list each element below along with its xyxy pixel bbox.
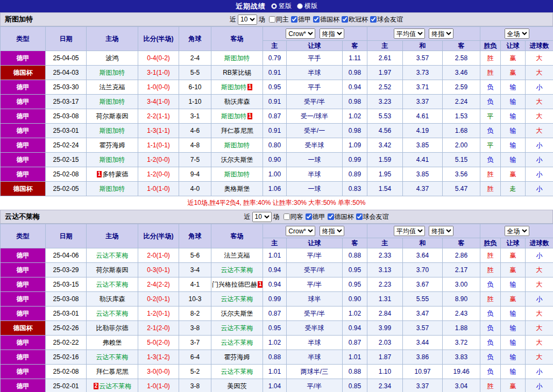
team-link[interactable]: 勒沃库森 [224, 98, 250, 105]
home-team-cell[interactable]: 2云达不莱梅 [87, 379, 138, 392]
team-link[interactable]: 比勒菲尔德 [96, 324, 129, 332]
score-cell[interactable]: 1-0(1-0) [138, 182, 179, 196]
away-team-cell[interactable]: 拜仁慕尼黑 [211, 124, 263, 138]
away-team-cell[interactable]: 斯图加特 [211, 167, 263, 182]
score-cell[interactable]: 3-1(1-0) [138, 66, 179, 80]
team-link[interactable]: 云达不莱梅 [99, 382, 131, 390]
home-team-cell[interactable]: 法兰克福 [87, 80, 138, 95]
away-team-cell[interactable]: 法兰克福 [211, 248, 263, 263]
away-team-cell[interactable]: 云达不莱梅 [211, 365, 263, 379]
team-link[interactable]: 云达不莱梅 [221, 368, 253, 375]
home-team-cell[interactable]: 斯图加特 [87, 153, 138, 167]
home-team-cell[interactable]: 荷尔斯泰因 [87, 109, 138, 124]
home-team-cell[interactable]: 云达不莱梅 [87, 307, 138, 321]
filter-checkbox[interactable] [313, 16, 320, 23]
away-team-cell[interactable]: 门兴格拉德巴赫1 [211, 277, 263, 292]
score-cell[interactable]: 0-3(0-1) [138, 263, 179, 277]
team-link[interactable]: 斯图加特 [100, 156, 125, 163]
away-team-cell[interactable]: 云达不莱梅 [211, 292, 263, 307]
team-link[interactable]: 云达不莱梅 [96, 281, 129, 288]
score-cell[interactable]: 1-3(1-1) [138, 124, 179, 138]
away-team-cell[interactable]: 云达不莱梅 [211, 321, 263, 336]
avg-stage-select[interactable]: 终指 [429, 226, 453, 236]
home-team-cell[interactable]: 云达不莱梅 [87, 350, 138, 365]
home-team-cell[interactable]: 云达不莱梅 [87, 277, 138, 292]
team-link[interactable]: 斯图加特 [100, 127, 125, 134]
away-team-cell[interactable]: 奥格斯堡 [211, 182, 263, 196]
away-team-cell[interactable]: 云达不莱梅 [211, 263, 263, 277]
team-link[interactable]: RB莱比锡 [223, 69, 251, 76]
filter-checkbox-item[interactable]: 同客 [283, 212, 303, 222]
recent-count-select[interactable]: 10 [238, 15, 257, 25]
score-cell[interactable]: 0-4(0-2) [138, 51, 179, 66]
team-link[interactable]: 勒沃库森 [100, 295, 125, 303]
team-link[interactable]: 法兰克福 [224, 252, 250, 259]
score-cell[interactable]: 1-1(0-1) [138, 138, 179, 153]
score-cell[interactable]: 1-2(0-0) [138, 167, 179, 182]
team-link[interactable]: 云达不莱梅 [96, 252, 129, 259]
home-team-cell[interactable]: 波鸿 [87, 51, 138, 66]
team-link[interactable]: 斯图加特 [224, 54, 250, 62]
home-team-cell[interactable]: 荷尔斯泰因 [87, 263, 138, 277]
team-link[interactable]: 斯图加特 [224, 141, 250, 149]
odds-stage-select[interactable]: 终指 [320, 28, 344, 39]
away-team-cell[interactable]: 斯图加特 [211, 138, 263, 153]
horizontal-radio[interactable] [297, 3, 303, 9]
recent-count-select[interactable]: 10 [252, 212, 272, 222]
home-team-cell[interactable]: 勒沃库森 [87, 292, 138, 307]
team-link[interactable]: 美因茨 [228, 382, 247, 390]
team-link[interactable]: 斯图加特 [100, 69, 125, 76]
away-team-cell[interactable]: 沃尔夫斯堡 [211, 307, 263, 321]
home-team-cell[interactable]: 斯图加特 [87, 66, 138, 80]
home-team-cell[interactable]: 霍芬海姆 [87, 138, 138, 153]
team-link[interactable]: 多特蒙德 [102, 170, 128, 178]
layout-option-horizontal[interactable]: 横版 [297, 2, 317, 11]
filter-checkbox-item[interactable]: 球会友谊 [356, 212, 389, 222]
team-link[interactable]: 云达不莱梅 [221, 324, 253, 332]
filter-checkbox-item[interactable]: 球会友谊 [370, 15, 403, 24]
team-link[interactable]: 斯图加特 [221, 112, 247, 120]
team-link[interactable]: 云达不莱梅 [96, 310, 129, 317]
team-link[interactable]: 沃尔夫斯堡 [221, 310, 253, 317]
score-cell[interactable]: 2-0(1-0) [138, 248, 179, 263]
filter-checkbox-item[interactable]: 德国杯 [328, 212, 354, 222]
odds-source-select[interactable]: Crow* [286, 226, 315, 236]
filter-checkbox-item[interactable]: 德甲 [291, 15, 311, 24]
away-team-cell[interactable]: 斯图加特1 [211, 109, 263, 124]
home-team-cell[interactable]: 比勒菲尔德 [87, 321, 138, 336]
filter-checkbox[interactable] [306, 213, 312, 220]
team-link[interactable]: 霍芬海姆 [224, 353, 250, 361]
away-team-cell[interactable]: 霍芬海姆 [211, 350, 263, 365]
filter-checkbox[interactable] [269, 16, 275, 23]
scope-select[interactable]: 全场 [505, 226, 529, 236]
score-cell[interactable]: 0-2(0-1) [138, 292, 179, 307]
vertical-radio[interactable] [271, 3, 277, 9]
filter-checkbox[interactable] [356, 213, 363, 220]
team-link[interactable]: 波鸿 [106, 54, 119, 62]
score-cell[interactable]: 1-2(0-1) [138, 307, 179, 321]
score-cell[interactable]: 2-2(1-1) [138, 109, 179, 124]
score-cell[interactable]: 1-0(1-0) [138, 379, 179, 392]
score-cell[interactable]: 3-0(0-0) [138, 365, 179, 379]
away-team-cell[interactable]: 斯图加特1 [211, 80, 263, 95]
team-link[interactable]: 法兰克福 [100, 83, 125, 91]
team-link[interactable]: 斯图加特 [224, 170, 250, 178]
team-link[interactable]: 云达不莱梅 [221, 339, 253, 346]
odds-source-select[interactable]: Crow* [286, 28, 315, 39]
filter-checkbox[interactable] [283, 213, 290, 220]
team-link[interactable]: 拜仁慕尼黑 [221, 127, 253, 134]
scope-select[interactable]: 全场 [505, 28, 529, 39]
filter-checkbox[interactable] [291, 16, 297, 23]
home-team-cell[interactable]: 斯图加特 [87, 95, 138, 109]
score-cell[interactable]: 1-2(0-0) [138, 153, 179, 167]
avg-source-select[interactable]: 平均值 [394, 28, 425, 39]
score-cell[interactable]: 2-1(2-0) [138, 321, 179, 336]
team-link[interactable]: 斯图加特 [100, 185, 125, 193]
home-team-cell[interactable]: 斯图加特 [87, 182, 138, 196]
team-link[interactable]: 门兴格拉德巴赫 [212, 281, 257, 288]
filter-checkbox-item[interactable]: 德国杯 [313, 15, 339, 24]
avg-stage-select[interactable]: 终指 [429, 28, 453, 39]
team-link[interactable]: 弗赖堡 [103, 339, 122, 346]
team-link[interactable]: 霍芬海姆 [100, 141, 125, 149]
score-cell[interactable]: 1-3(1-2) [138, 350, 179, 365]
